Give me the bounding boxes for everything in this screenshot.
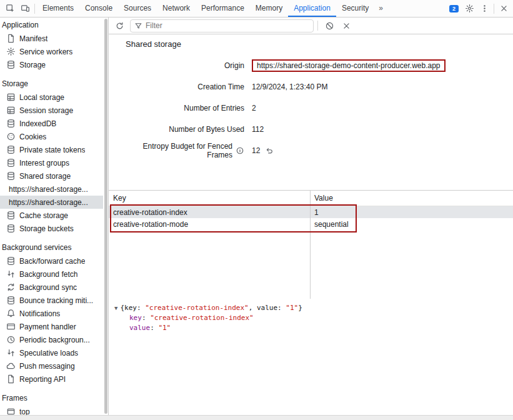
- sidebar-item-shared-storage[interactable]: Shared storage: [0, 169, 103, 182]
- field-value: 12: [252, 146, 274, 155]
- background-fetch-icon: [6, 269, 16, 279]
- tab-elements[interactable]: Elements: [37, 0, 79, 17]
- sidebar-item-session-storage[interactable]: Session storage: [0, 104, 103, 117]
- sidebar-item-speculative-loads[interactable]: Speculative loads: [0, 346, 103, 359]
- sidebar-item-periodic-backgroun[interactable]: Periodic backgroun...: [0, 333, 103, 346]
- more-tabs-button[interactable]: »: [374, 0, 387, 17]
- sidebar-item-interest-groups[interactable]: Interest groups: [0, 156, 103, 169]
- clear-all-icon[interactable]: [322, 18, 337, 33]
- database-icon: [6, 296, 16, 305]
- bell-icon: [6, 309, 16, 318]
- tab-application[interactable]: Application: [288, 0, 336, 17]
- sidebar-scrollbar[interactable]: [104, 19, 108, 414]
- field-value-text-annotated: https://shared-storage-demo-content-prod…: [252, 59, 446, 72]
- sidebar-item-service-workers[interactable]: Service workers: [0, 45, 103, 58]
- sidebar-item-back-forward-cache[interactable]: Back/forward cache: [0, 254, 103, 268]
- tab-sources[interactable]: Sources: [118, 0, 157, 17]
- sidebar-item-push-messaging[interactable]: Push messaging: [0, 359, 103, 372]
- sidebar-item-label: Service workers: [19, 48, 72, 56]
- sidebar-item-notifications[interactable]: Notifications: [0, 307, 103, 320]
- preview-summary: ▼{key: "creative-rotation-index", value:…: [114, 303, 513, 313]
- clock-icon: [6, 335, 16, 344]
- field-label: Creation Time: [126, 82, 244, 91]
- sidebar-section-title: Background services: [0, 241, 103, 254]
- cloud-icon: [6, 361, 16, 371]
- delete-selected-icon[interactable]: [339, 18, 354, 33]
- column-divider[interactable]: [310, 191, 311, 299]
- preview-property: key: "creative-rotation-index": [129, 313, 513, 323]
- sidebar-item-label: Back/forward cache: [19, 257, 85, 266]
- sidebar-item-storage[interactable]: Storage: [0, 58, 103, 71]
- tab-network[interactable]: Network: [157, 0, 196, 17]
- shared-storage-panel: Shared storage Originhttps://shared-stor…: [108, 18, 513, 420]
- field-number-of-entries: Number of Entries2: [126, 98, 513, 119]
- issues-count-badge[interactable]: 2: [446, 5, 462, 12]
- shared-storage-table: KeyValue creative-rotation-index1creativ…: [109, 190, 513, 299]
- property-separator: :: [142, 314, 150, 322]
- tab-performance[interactable]: Performance: [196, 0, 250, 17]
- info-icon[interactable]: [236, 146, 244, 155]
- property-name: value: [129, 324, 150, 332]
- sidebar-item-label: Cache storage: [19, 211, 68, 220]
- cell-key: creative-rotation-mode: [109, 220, 310, 229]
- sidebar-item-background-fetch[interactable]: Background fetch: [0, 268, 103, 281]
- sidebar-item-reporting-api[interactable]: Reporting API: [0, 372, 103, 386]
- table-rows: creative-rotation-index1creative-rotatio…: [109, 206, 513, 230]
- property-name: key: [129, 314, 142, 322]
- sidebar-item-label: Storage buckets: [19, 224, 74, 233]
- table-row[interactable]: creative-rotation-index1: [109, 206, 513, 218]
- service-worker-icon: [6, 47, 16, 56]
- sidebar-item-indexeddb[interactable]: IndexedDB: [0, 117, 103, 130]
- sidebar-scrollbar-thumb[interactable]: [104, 19, 107, 414]
- field-label-text: Entropy Budget for Fenced Frames: [126, 142, 232, 159]
- sidebar-item-cache-storage[interactable]: Cache storage: [0, 209, 103, 222]
- column-header-key[interactable]: Key: [109, 194, 310, 202]
- tab-console[interactable]: Console: [79, 0, 118, 17]
- sidebar-item-https-shared-storage[interactable]: https://shared-storage...: [0, 182, 103, 196]
- sidebar-item-cookies[interactable]: Cookies: [0, 130, 103, 143]
- close-devtools-icon[interactable]: [496, 1, 511, 16]
- sidebar-item-label: Periodic backgroun...: [19, 336, 90, 344]
- table-row[interactable]: creative-rotation-modesequential: [109, 218, 513, 230]
- field-label: Entropy Budget for Fenced Frames: [126, 142, 244, 159]
- metadata-fields: Originhttps://shared-storage-demo-conten…: [126, 55, 513, 161]
- sidebar-item-local-storage[interactable]: Local storage: [0, 91, 103, 104]
- device-toolbar-icon[interactable]: [17, 1, 32, 16]
- sidebar-item-label: IndexedDB: [19, 119, 56, 128]
- sidebar-item-storage-buckets[interactable]: Storage buckets: [0, 222, 103, 235]
- sidebar-item-payment-handler[interactable]: Payment handler: [0, 320, 103, 333]
- property-value: "creative-rotation-index": [150, 314, 254, 322]
- sidebar-section-application: ApplicationManifestService workersStorag…: [0, 19, 103, 71]
- settings-gear-icon[interactable]: [462, 1, 477, 16]
- field-label-text: Origin: [224, 61, 244, 70]
- field-label: Number of Entries: [126, 104, 244, 112]
- refresh-icon[interactable]: [112, 18, 127, 33]
- inspect-element-icon[interactable]: [2, 1, 17, 16]
- column-header-value[interactable]: Value: [310, 194, 513, 202]
- tab-memory[interactable]: Memory: [250, 0, 288, 17]
- reset-budget-icon[interactable]: [265, 146, 274, 155]
- property-separator: :: [150, 324, 158, 332]
- sidebar-item-https-shared-storage[interactable]: https://shared-storage...: [0, 196, 103, 209]
- sidebar-item-bounce-tracking-miti[interactable]: Bounce tracking miti...: [0, 294, 103, 307]
- field-origin: Originhttps://shared-storage-demo-conten…: [126, 55, 513, 76]
- sidebar-item-background-sync[interactable]: Background sync: [0, 281, 103, 294]
- expander-triangle-icon[interactable]: ▼: [114, 305, 117, 311]
- tab-security[interactable]: Security: [336, 0, 374, 17]
- sidebar-section-background-services: Background servicesBack/forward cacheBac…: [0, 241, 103, 386]
- database-icon: [6, 224, 16, 233]
- sidebar-item-label: Bounce tracking miti...: [19, 296, 93, 305]
- sidebar-item-label: https://shared-storage...: [9, 185, 88, 194]
- sidebar-item-label: Push messaging: [19, 362, 75, 371]
- sidebar-item-top[interactable]: top: [0, 405, 103, 416]
- sidebar-section-title: Storage: [0, 78, 103, 91]
- sidebar-item-private-state-tokens[interactable]: Private state tokens: [0, 143, 103, 156]
- filter-input[interactable]: [146, 21, 309, 30]
- field-label-text: Number of Entries: [184, 104, 244, 112]
- kebab-menu-icon[interactable]: [477, 1, 492, 16]
- field-value: 112: [252, 125, 264, 134]
- preview-token: "1": [286, 304, 298, 312]
- property-value: "1": [158, 324, 171, 332]
- sidebar-item-manifest[interactable]: Manifest: [0, 32, 103, 45]
- horizontal-scrollbar[interactable]: [0, 415, 513, 420]
